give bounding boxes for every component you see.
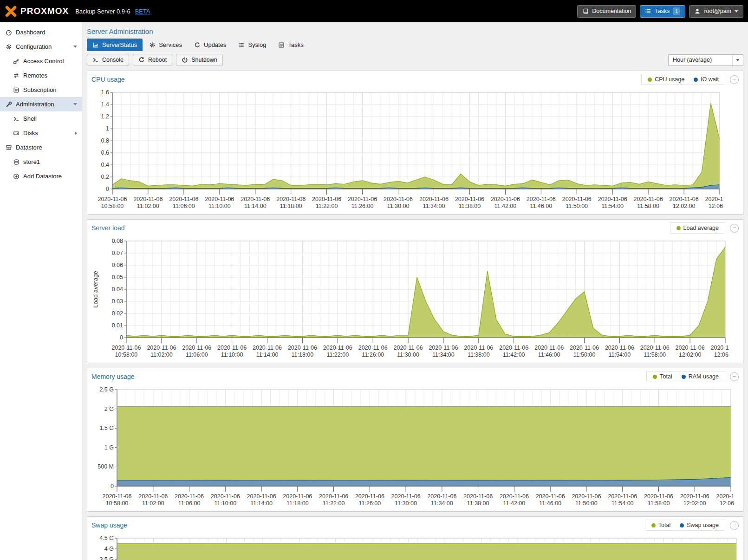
memory-usage-panel: Memory usage TotalRAM usage 0500 M1 G1.5… <box>87 368 743 512</box>
sidebar-item-subscription[interactable]: Subscription <box>0 83 82 97</box>
tabbar: ServerStatusServicesUpdatesSyslogTasks <box>87 39 743 51</box>
svg-text:0.04: 0.04 <box>112 286 123 293</box>
sidebar-item-store1[interactable]: store1 <box>0 155 82 169</box>
svg-text:2020-11-06: 2020-11-06 <box>175 493 204 500</box>
legend-dot <box>676 226 681 230</box>
svg-text:10:58:00: 10:58:00 <box>101 203 124 209</box>
server-load-chart: 00.010.020.030.040.050.060.070.082020-11… <box>87 235 743 363</box>
tasks-button[interactable]: Tasks 1 <box>640 5 685 18</box>
svg-text:12:06:00: 12:06:00 <box>720 500 735 507</box>
sidebar-item-label: store1 <box>23 158 40 165</box>
tab-serverstatus[interactable]: ServerStatus <box>87 39 143 51</box>
svg-text:2020-11-06: 2020-11-06 <box>283 493 312 500</box>
user-label: root@pam <box>704 8 731 14</box>
svg-text:2020-11-06: 2020-11-06 <box>217 345 247 351</box>
sidebar-item-datastore[interactable]: Datastore <box>0 140 82 155</box>
svg-text:0.03: 0.03 <box>112 298 123 305</box>
documentation-button[interactable]: Documentation <box>577 5 636 18</box>
tab-label: ServerStatus <box>102 41 137 48</box>
main-content: Server Administration ServerStatusServic… <box>82 22 748 560</box>
shutdown-button[interactable]: Shutdown <box>176 54 223 66</box>
refresh-icon <box>138 57 145 63</box>
collapse-button[interactable] <box>730 521 739 530</box>
time-range-select[interactable]: Hour (average) <box>668 54 743 66</box>
svg-text:0.2: 0.2 <box>101 174 109 180</box>
svg-text:2020-11-06: 2020-11-06 <box>312 196 341 202</box>
svg-text:12:06:00: 12:06:00 <box>714 352 729 358</box>
reboot-button[interactable]: Reboot <box>133 54 172 66</box>
sidebar-item-configuration[interactable]: Configuration <box>0 39 82 54</box>
svg-text:2020-11-06: 2020-11-06 <box>102 493 131 500</box>
svg-text:11:14:00: 11:14:00 <box>244 203 267 209</box>
button-label: Reboot <box>148 57 167 63</box>
svg-text:2 G: 2 G <box>104 406 114 412</box>
tab-services[interactable]: Services <box>143 39 188 51</box>
tab-syslog[interactable]: Syslog <box>233 39 272 51</box>
svg-text:11:50:00: 11:50:00 <box>566 203 588 209</box>
sidebar-item-administration[interactable]: Administration <box>0 97 82 111</box>
chart-legend: TotalRAM usage <box>646 371 725 382</box>
legend-dot <box>694 78 698 82</box>
svg-text:2020-11-06: 2020-11-06 <box>253 345 282 351</box>
svg-text:11:30:00: 11:30:00 <box>397 352 419 358</box>
svg-text:2020-11-06: 2020-11-06 <box>710 345 729 351</box>
product-name: PROXMOX <box>20 6 69 16</box>
svg-text:11:06:00: 11:06:00 <box>173 203 195 209</box>
user-menu-button[interactable]: root@pam <box>689 5 743 18</box>
panel-header: Server load Load average <box>87 220 743 235</box>
chart-icon <box>92 42 99 48</box>
svg-text:2020-11-06: 2020-11-06 <box>211 493 240 500</box>
svg-text:11:34:00: 11:34:00 <box>431 500 453 507</box>
legend-dot <box>653 375 657 379</box>
sidebar-item-label: Datastore <box>16 144 42 151</box>
sidebar-item-add-datastore[interactable]: Add Datastore <box>0 169 82 183</box>
product-subtitle: Backup Server 0.9-6 <box>75 8 130 15</box>
sidebar-item-label: Remotes <box>23 72 47 79</box>
button-label: Console <box>102 57 124 63</box>
sidebar-item-access-control[interactable]: Access Control <box>0 54 82 68</box>
sidebar-item-dashboard[interactable]: Dashboard <box>0 25 82 39</box>
svg-text:1.2: 1.2 <box>101 113 109 120</box>
collapse-button[interactable] <box>730 75 739 84</box>
sidebar-item-shell[interactable]: Shell <box>0 111 82 126</box>
console-button[interactable]: Console <box>87 54 129 66</box>
legend-item-cpu-usage: CPU usage <box>648 76 684 83</box>
svg-text:11:06:00: 11:06:00 <box>178 500 201 507</box>
documentation-label: Documentation <box>592 8 631 14</box>
svg-text:2020-11-06: 2020-11-06 <box>391 493 421 500</box>
svg-text:2020-11-06: 2020-11-06 <box>288 345 317 351</box>
svg-text:11:14:00: 11:14:00 <box>256 352 279 358</box>
legend-item-total: Total <box>651 522 670 528</box>
sidebar-item-disks[interactable]: Disks <box>0 126 82 140</box>
tasks-icon <box>645 8 651 14</box>
legend-dot <box>680 523 684 527</box>
collapse-button[interactable] <box>730 372 739 381</box>
svg-text:0.8: 0.8 <box>101 137 109 144</box>
book-icon <box>582 8 589 14</box>
tab-updates[interactable]: Updates <box>189 39 232 51</box>
tab-tasks[interactable]: Tasks <box>273 39 309 51</box>
svg-text:1: 1 <box>106 125 109 132</box>
svg-text:11:02:00: 11:02:00 <box>142 500 164 507</box>
layout: DashboardConfigurationAccess ControlRemo… <box>0 22 748 560</box>
svg-text:2020-11-06: 2020-11-06 <box>323 345 352 351</box>
svg-text:11:18:00: 11:18:00 <box>280 203 302 209</box>
svg-text:2020-11-06: 2020-11-06 <box>500 493 529 500</box>
svg-text:2.5 G: 2.5 G <box>99 386 114 393</box>
svg-text:1.5 G: 1.5 G <box>99 425 114 431</box>
svg-text:2020-11-06: 2020-11-06 <box>138 493 168 500</box>
swap-usage-chart: 0500 M1 G1.5 G2 G2.5 G3 G3.5 G4 G4.5 G20… <box>87 533 743 560</box>
svg-text:12:02:00: 12:02:00 <box>673 203 696 209</box>
terminal-icon <box>13 116 20 122</box>
database-icon <box>13 159 20 165</box>
tab-label: Updates <box>204 41 226 48</box>
svg-text:2020-11-06: 2020-11-06 <box>358 345 388 351</box>
svg-text:0: 0 <box>111 483 114 489</box>
svg-text:2020-11-06: 2020-11-06 <box>570 345 599 351</box>
svg-text:11:30:00: 11:30:00 <box>387 203 410 209</box>
svg-text:11:10:00: 11:10:00 <box>214 500 236 507</box>
sidebar-item-remotes[interactable]: Remotes <box>0 68 82 83</box>
beta-link[interactable]: BETA <box>135 8 150 15</box>
collapse-button[interactable] <box>730 224 739 233</box>
svg-text:2020-11-06: 2020-11-06 <box>384 196 413 202</box>
